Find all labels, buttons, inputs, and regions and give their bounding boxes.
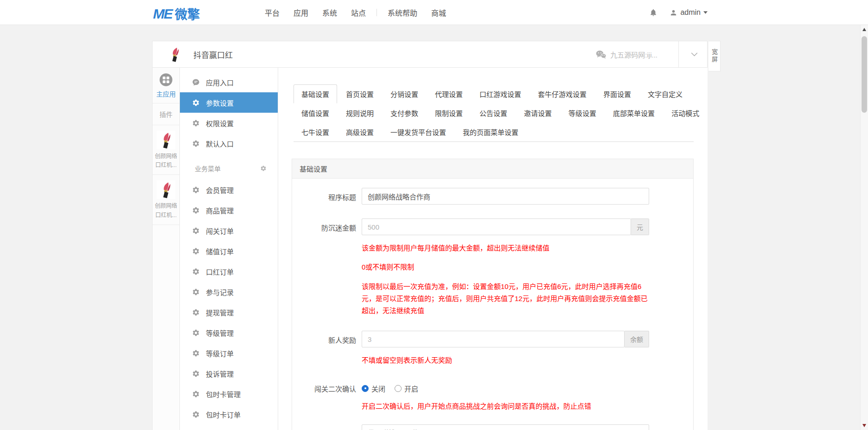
tab-lipstick-game-settings[interactable]: 口红游戏设置 [472,84,529,103]
tab-invite-settings[interactable]: 邀请设置 [516,103,560,122]
gear-icon [192,227,200,235]
sidebar-item-level-mgmt[interactable]: 等级管理 [180,322,278,343]
plugin-name: 创颜网络口红机... [153,152,179,170]
sidebar-item-label: 包时卡管理 [206,389,241,399]
tab-advanced-settings[interactable]: 高级设置 [338,122,382,141]
sidebar-item-participation-log[interactable]: 参与记录 [180,282,278,302]
source-badge[interactable]: 九五源码网:iji... [595,50,657,59]
app-title: 抖音赢口红 [193,49,233,60]
help-text: 0或不填则不限制 [362,261,649,273]
row-copyright: 底部版权设置 显示在首页和我的页面 不填则不显示 [297,424,684,430]
sidebar-item-app-entry[interactable]: 应用入口 [180,72,278,92]
nav-item-store[interactable]: 商城 [424,7,453,18]
bell-icon[interactable] [649,8,657,17]
tab-cowboy-game-settings[interactable]: 套牛仔游戏设置 [530,84,594,103]
gear-icon [192,206,200,214]
tab-one-click-shipping[interactable]: 一键发货平台设置 [383,122,454,141]
nav-item-help[interactable]: 系统帮助 [381,7,424,18]
app-sidebar: 应用入口 参数设置 权限设置 默认入口 业务菜单 会员管理 商品管理 闯关 [180,68,278,430]
tab-announcement-settings[interactable]: 公告设置 [472,103,515,122]
rail-item-main-app[interactable]: 主应用 [153,68,179,103]
content-columns: 主应用 插件 创颜网络口红机... 创颜网络口红机... 应用入口 参数设置 权… [152,68,708,430]
tab-row-2: 储值设置 规则说明 支付参数 限制设置 公告设置 邀请设置 等级设置 底部菜单设… [294,103,694,122]
main-menu: 平台 应用 系统 站点 系统帮助 商城 [258,0,453,25]
help-text: 不填或留空则表示新人无奖励 [362,354,649,366]
tab-limit-settings[interactable]: 限制设置 [427,103,471,122]
app-header: 抖音赢口红 九五源码网:iji... [152,41,708,68]
chevron-down-icon[interactable] [691,52,698,57]
top-navbar: ME 微擎 平台 应用 系统 站点 系统帮助 商城 admin [0,0,868,25]
sidebar-item-recharge-orders[interactable]: 储值订单 [180,241,278,261]
sidebar-item-withdraw-mgmt[interactable]: 提现管理 [180,302,278,322]
unit-addon: 余额 [625,331,649,347]
radio-label: 开启 [404,384,418,393]
widescreen-toggle[interactable]: 宽屏 [708,41,721,71]
sidebar-item-product-mgmt[interactable]: 商品管理 [180,200,278,220]
scroll-thumb[interactable] [862,36,867,113]
sidebar-item-timecard-mgmt[interactable]: 包时卡管理 [180,384,278,404]
page-scrollbar[interactable] [860,25,868,430]
newbie-reward-input[interactable] [362,331,625,347]
tab-my-page-menu[interactable]: 我的页面菜单设置 [455,122,526,141]
sidebar-item-label: 包时卡订单 [206,410,241,419]
weengine-logo[interactable]: ME 微擎 [153,5,200,23]
tab-text-custom[interactable]: 文字自定义 [640,84,690,103]
sidebar-item-label: 储值订单 [206,246,234,256]
tab-distribution-settings[interactable]: 分销设置 [383,84,426,103]
tab-qiniu-settings[interactable]: 七牛设置 [294,122,337,141]
confirm-radio-on[interactable]: 开启 [395,384,418,393]
tab-ui-settings[interactable]: 界面设置 [595,84,639,103]
sidebar-section-label: 业务菜单 [195,164,221,173]
field-label: 新人奖励 [297,331,362,366]
grid-icon [159,73,173,87]
settings-tabs: 基础设置 首页设置 分销设置 代理设置 口红游戏设置 套牛仔游戏设置 界面设置 … [294,84,694,142]
sidebar-item-complaint-mgmt[interactable]: 投诉管理 [180,363,278,384]
program-title-input[interactable] [362,188,649,205]
sidebar-item-label: 投诉管理 [206,369,234,379]
gear-icon [192,349,200,357]
rail-plugin-1[interactable]: 创颜网络口红机... [153,125,179,175]
tab-activity-mode[interactable]: 活动模式 [664,103,707,122]
sidebar-item-label: 商品管理 [206,205,234,215]
help-text: 该限制以最后一次充值为准，例如：设置金额10元，用户已充值6元，此时用户选择再充… [362,281,649,317]
plugin-lipstick-icon [157,180,175,199]
nav-item-platform[interactable]: 平台 [258,7,287,18]
rail-plugin-2[interactable]: 创颜网络口红机... [153,175,179,225]
nav-item-site[interactable]: 站点 [344,7,373,18]
sidebar-item-default-entry[interactable]: 默认入口 [180,133,278,154]
sidebar-item-param-settings[interactable]: 参数设置 [180,92,278,113]
tab-level-settings[interactable]: 等级设置 [561,103,604,122]
tab-agent-settings[interactable]: 代理设置 [427,84,471,103]
confirm-radio-off[interactable]: 关闭 [362,384,385,393]
gear-icon [192,308,200,316]
tab-rules[interactable]: 规则说明 [338,103,382,122]
help-text: 开启二次确认后，用户开始点商品挑战之前会询问是否真的挑战，防止点错 [362,400,649,412]
logo-text: 微擎 [175,5,200,23]
scroll-down-arrow[interactable] [862,424,866,427]
tab-bottom-menu-settings[interactable]: 底部菜单设置 [605,103,663,122]
menu-settings-gear-icon[interactable] [260,165,267,172]
copyright-input[interactable] [362,424,649,430]
plugin-lipstick-icon [157,131,175,149]
nav-item-system[interactable]: 系统 [315,7,344,18]
tab-recharge-settings[interactable]: 储值设置 [294,103,337,122]
main-content: 基础设置 首页设置 分销设置 代理设置 口红游戏设置 套牛仔游戏设置 界面设置 … [278,68,708,430]
user-menu[interactable]: admin [670,8,708,17]
sidebar-item-perm-settings[interactable]: 权限设置 [180,113,278,133]
sidebar-item-timecard-orders[interactable]: 包时卡订单 [180,404,278,424]
sidebar-item-member-mgmt[interactable]: 会员管理 [180,180,278,200]
plugin-name: 创颜网络口红机... [153,202,179,219]
sidebar-item-challenge-orders[interactable]: 闯关订单 [180,220,278,241]
nav-item-app[interactable]: 应用 [287,7,315,18]
sidebar-item-label: 默认入口 [206,139,234,148]
tab-home-settings[interactable]: 首页设置 [338,84,382,103]
gear-icon [192,268,200,276]
gear-icon [192,186,200,194]
tab-basic-settings[interactable]: 基础设置 [294,84,337,103]
tab-row-3: 七牛设置 高级设置 一键发货平台设置 我的页面菜单设置 [294,122,694,141]
sidebar-item-level-orders[interactable]: 等级订单 [180,343,278,363]
scroll-up-arrow[interactable] [862,28,866,31]
tab-payment-params[interactable]: 支付参数 [383,103,426,122]
anti-addiction-input[interactable] [362,218,631,235]
sidebar-item-lipstick-orders[interactable]: 口红订单 [180,261,278,282]
